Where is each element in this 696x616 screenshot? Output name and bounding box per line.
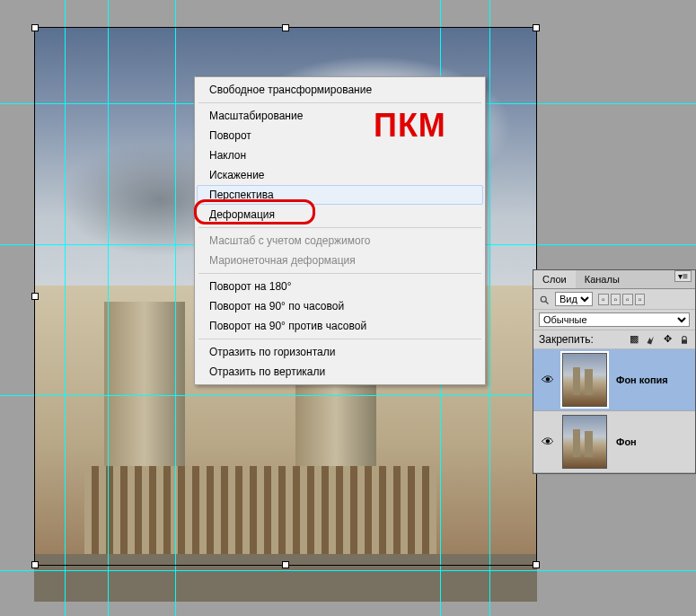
menu-separator	[198, 339, 481, 339]
image-ground	[34, 554, 537, 602]
guide-vertical[interactable]	[175, 0, 176, 616]
filter-icon[interactable]: ▫	[598, 294, 609, 305]
menu-item[interactable]: Отразить по горизонтали	[197, 342, 483, 362]
layer-row[interactable]: 👁Фон копия	[533, 349, 695, 411]
panel-tab-row: Слои Каналы ▾≡	[533, 270, 695, 289]
menu-item[interactable]: Поворот на 90° по часовой	[197, 296, 483, 316]
svg-point-0	[541, 296, 546, 302]
lock-pixels-icon[interactable]	[646, 333, 656, 345]
tab-layers[interactable]: Слои	[533, 270, 576, 288]
svg-line-1	[546, 301, 549, 304]
menu-separator	[198, 227, 481, 228]
lock-row: Закрепить: ▩ ✥	[533, 330, 695, 349]
guide-vertical[interactable]	[489, 0, 490, 616]
menu-separator	[198, 273, 481, 274]
tab-channels[interactable]: Каналы	[576, 270, 629, 288]
filter-icon[interactable]: ▫	[611, 294, 621, 305]
lock-position-icon[interactable]: ✥	[664, 333, 672, 345]
layers-panel: Слои Каналы ▾≡ Вид ▫ ▫ ▫ ▫ Обычные Закре…	[533, 269, 696, 474]
panel-menu-icon[interactable]: ▾≡	[674, 270, 692, 282]
layer-thumbnail[interactable]	[562, 415, 607, 469]
menu-item[interactable]: Отразить по вертикали	[197, 362, 483, 382]
menu-item[interactable]: Масштабирование	[197, 106, 483, 126]
layer-visibility-icon[interactable]: 👁	[537, 373, 559, 387]
search-icon	[539, 293, 550, 305]
menu-item[interactable]: Перспектива	[197, 185, 483, 205]
transform-context-menu: Свободное трансформированиеМасштабирован…	[194, 76, 486, 385]
layer-name-label[interactable]: Фон копия	[611, 374, 668, 385]
layer-visibility-icon[interactable]: 👁	[537, 435, 559, 449]
layer-list: 👁Фон копия👁Фон	[533, 349, 695, 473]
layer-filter-row: Вид ▫ ▫ ▫ ▫	[533, 289, 695, 310]
filter-icon[interactable]: ▫	[635, 294, 646, 305]
menu-item: Марионеточная деформация	[197, 251, 483, 270]
lock-transparency-icon[interactable]: ▩	[630, 333, 639, 345]
blend-mode-row: Обычные	[533, 310, 695, 330]
guide-horizontal[interactable]	[0, 570, 696, 571]
menu-item[interactable]: Свободное трансформирование	[197, 80, 483, 100]
layer-filter-select[interactable]: Вид	[555, 292, 593, 306]
menu-item[interactable]: Поворот на 180°	[197, 277, 483, 296]
layer-row[interactable]: 👁Фон	[533, 411, 695, 473]
guide-vertical[interactable]	[65, 0, 66, 616]
menu-item[interactable]: Поворот	[197, 126, 483, 145]
menu-item[interactable]: Наклон	[197, 145, 483, 165]
menu-item[interactable]: Поворот на 90° против часовой	[197, 316, 483, 336]
filter-icon[interactable]: ▫	[622, 294, 633, 305]
menu-item: Масштаб с учетом содержимого	[197, 231, 483, 251]
layer-thumbnail[interactable]	[562, 353, 607, 407]
menu-item[interactable]: Искажение	[197, 165, 483, 185]
menu-separator	[198, 102, 481, 103]
layer-name-label[interactable]: Фон	[611, 436, 637, 447]
blend-mode-select[interactable]: Обычные	[539, 312, 690, 327]
menu-item[interactable]: Деформация	[197, 205, 483, 224]
guide-vertical[interactable]	[108, 0, 109, 616]
lock-all-icon[interactable]	[679, 333, 690, 345]
lock-label: Закрепить:	[539, 333, 594, 346]
svg-rect-2	[682, 339, 687, 344]
